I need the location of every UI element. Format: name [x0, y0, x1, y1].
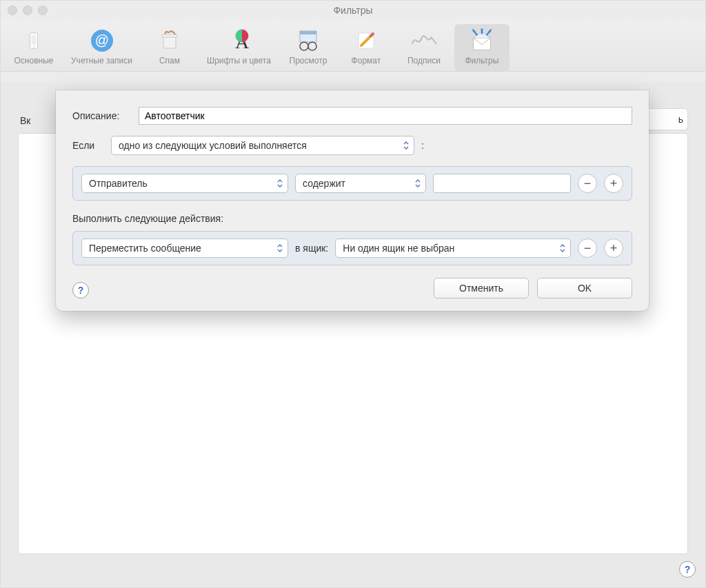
- chevron-updown-icon: [276, 243, 283, 253]
- font-color-icon: A: [225, 27, 252, 54]
- sheet-help-button[interactable]: ?: [72, 282, 89, 298]
- reading-glasses-icon: [294, 27, 322, 54]
- dropdown-value: Переместить сообщение: [89, 243, 201, 254]
- column-header-partial: Вк: [20, 115, 30, 126]
- dropdown-value: содержит: [303, 178, 345, 189]
- titlebar: Фильтры: [1, 1, 705, 20]
- remove-action-button[interactable]: −: [578, 239, 597, 258]
- svg-marker-17: [481, 29, 483, 32]
- chevron-updown-icon: [276, 179, 283, 188]
- actions-label-row: Выполнить следующие действия:: [72, 213, 632, 224]
- sheet-footer: Отменить OK: [72, 278, 632, 298]
- button-label: Отменить: [459, 283, 503, 294]
- svg-point-12: [308, 42, 316, 50]
- toolbar-label: Формат: [352, 56, 381, 65]
- rule-editor-sheet: Описание: Если одно из следующих условий…: [56, 90, 649, 311]
- trash-icon: [156, 27, 183, 54]
- if-label: Если: [72, 140, 104, 151]
- actions-label: Выполнить следующие действия:: [72, 213, 223, 224]
- description-label: Описание:: [72, 110, 132, 121]
- condition-mode-dropdown[interactable]: одно из следующих условий выполняется: [111, 136, 414, 155]
- question-icon: ?: [78, 285, 84, 296]
- svg-text:@: @: [94, 32, 108, 48]
- signature-icon: [410, 27, 438, 54]
- dropdown-value: Отправитель: [89, 178, 148, 189]
- toolbar-junk[interactable]: Спам: [142, 24, 197, 71]
- ok-button[interactable]: OK: [537, 278, 632, 298]
- svg-rect-1: [31, 35, 37, 45]
- svg-rect-5: [163, 36, 176, 48]
- toolbar-label: Подписи: [407, 56, 441, 65]
- toolbar-viewing[interactable]: Просмотр: [281, 24, 336, 71]
- toolbar-label: Просмотр: [290, 56, 327, 65]
- action-block: Переместить сообщение в ящик: Ни один ящ…: [72, 231, 632, 265]
- dropdown-value: Ни один ящик не выбран: [343, 243, 454, 254]
- chevron-updown-icon: [403, 141, 410, 150]
- description-input[interactable]: [139, 107, 632, 125]
- chevron-updown-icon: [414, 179, 421, 188]
- toolbar-label: Спам: [159, 56, 180, 65]
- chevron-updown-icon: [559, 243, 566, 253]
- svg-point-2: [33, 45, 34, 47]
- mailbox-dropdown[interactable]: Ни один ящик не выбран: [335, 239, 571, 258]
- toolbar-rules[interactable]: Фильтры: [454, 24, 510, 71]
- svg-rect-6: [162, 34, 177, 37]
- button-label-partial: ь: [678, 114, 683, 125]
- action-type-dropdown[interactable]: Переместить сообщение: [81, 239, 288, 258]
- condition-field-dropdown[interactable]: Отправитель: [81, 174, 288, 193]
- minus-icon: −: [584, 242, 592, 254]
- phone-icon: [20, 27, 48, 54]
- svg-point-11: [300, 42, 308, 50]
- toolbar-fonts-colors[interactable]: A Шрифты и цвета: [200, 24, 278, 71]
- at-sign-icon: @: [88, 27, 116, 54]
- plus-icon: +: [610, 242, 618, 254]
- cancel-button[interactable]: Отменить: [434, 278, 529, 298]
- toolbar-general[interactable]: Основные: [6, 24, 61, 71]
- if-row: Если одно из следующих условий выполняет…: [72, 136, 632, 155]
- add-action-button[interactable]: +: [604, 239, 623, 258]
- preferences-toolbar: Основные @ Учетные записи Спам A: [1, 20, 705, 72]
- plus-icon: +: [610, 177, 618, 190]
- description-row: Описание:: [72, 107, 632, 125]
- toolbar-label: Шрифты и цвета: [207, 56, 271, 65]
- help-button[interactable]: ?: [679, 561, 696, 578]
- condition-block: Отправитель содержит − +: [72, 166, 632, 201]
- dropdown-value: одно из следующих условий выполняется: [119, 140, 307, 151]
- compose-icon: [352, 27, 380, 54]
- button-label: OK: [578, 283, 592, 294]
- toolbar-accounts[interactable]: @ Учетные записи: [64, 24, 139, 71]
- add-condition-button[interactable]: +: [604, 174, 623, 193]
- mailbox-label: в ящик:: [295, 243, 328, 254]
- rules-envelope-icon: [468, 27, 496, 54]
- window-title: Фильтры: [1, 5, 705, 16]
- toolbar-signatures[interactable]: Подписи: [396, 24, 452, 71]
- remove-condition-button[interactable]: −: [578, 174, 597, 193]
- toolbar-label: Фильтры: [465, 56, 498, 65]
- minus-icon: −: [584, 177, 592, 190]
- preferences-window: Фильтры Основные @ Учетные записи Спам: [0, 0, 706, 588]
- condition-value-input[interactable]: [433, 174, 571, 193]
- toolbar-label: Учетные записи: [71, 56, 132, 65]
- toolbar-label: Основные: [14, 56, 54, 65]
- svg-rect-10: [300, 31, 316, 34]
- colon: :: [421, 140, 424, 151]
- condition-operator-dropdown[interactable]: содержит: [295, 174, 426, 193]
- toolbar-composing[interactable]: Формат: [339, 24, 394, 71]
